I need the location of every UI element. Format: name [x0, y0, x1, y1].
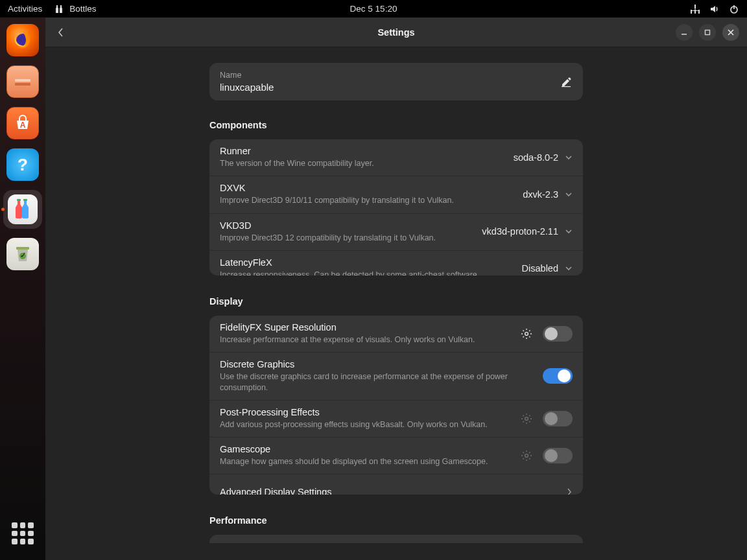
row-subtitle: Improve Direct3D 9/10/11 compatibility b… [220, 195, 515, 205]
row-title: Gamescope [220, 444, 509, 454]
fsr-toggle[interactable] [543, 326, 573, 342]
power-icon[interactable] [729, 4, 739, 14]
row-title: DXVK [220, 183, 515, 193]
firefox-icon[interactable] [6, 24, 39, 56]
post-processing-toggle[interactable] [543, 411, 573, 426]
svg-rect-14 [706, 30, 710, 34]
svg-rect-11 [16, 247, 29, 250]
performance-list [209, 535, 583, 543]
discrete-graphics-row: Discrete Graphics Use the discrete graph… [209, 352, 583, 400]
gamescope-settings-button[interactable] [517, 446, 536, 465]
chevron-right-icon [566, 487, 573, 495]
dxvk-value: dxvk-2.3 [523, 189, 558, 200]
bottles-settings-window: Settings Name linuxcapable Componen [45, 18, 747, 560]
name-label: Name [220, 71, 561, 80]
name-value: linuxcapable [220, 82, 561, 93]
vkd3d-row[interactable]: VKD3D Improve Direct3D 12 compatibility … [209, 213, 583, 250]
bottles-app-icon[interactable] [3, 190, 42, 229]
display-list: FidelityFX Super Resolution Increase per… [209, 316, 583, 495]
svg-rect-2 [698, 10, 700, 14]
row-subtitle: Increase responsiveness. Can be detected… [220, 270, 514, 275]
help-icon[interactable]: ? [6, 148, 39, 181]
svg-rect-13 [682, 34, 687, 35]
svg-rect-1 [691, 10, 692, 14]
svg-text:A: A [20, 121, 26, 130]
svg-rect-6 [15, 79, 30, 82]
fsr-row: FidelityFX Super Resolution Increase per… [209, 316, 583, 352]
vkd3d-value: vkd3d-proton-2.11 [482, 226, 558, 237]
row-title: Advanced Display Settings [220, 487, 558, 495]
trash-icon[interactable] [6, 238, 39, 270]
bottle-name-card[interactable]: Name linuxcapable [209, 63, 583, 100]
topbar-datetime[interactable]: Dec 5 15:20 [350, 4, 397, 14]
performance-heading: Performance [209, 515, 583, 526]
fsr-settings-button[interactable] [517, 324, 536, 344]
bottles-tray-icon [54, 4, 64, 14]
minimize-button[interactable] [676, 24, 693, 41]
show-apps-button[interactable] [12, 522, 34, 544]
chevron-down-icon [565, 264, 573, 272]
close-button[interactable] [722, 24, 739, 41]
row-subtitle: Manage how games should be displayed on … [220, 456, 509, 467]
post-processing-row: Post-Processing Effects Add various post… [209, 400, 583, 437]
discrete-graphics-toggle[interactable] [543, 368, 573, 384]
files-icon[interactable] [6, 65, 39, 98]
advanced-display-row[interactable]: Advanced Display Settings [209, 474, 583, 495]
dxvk-row[interactable]: DXVK Improve Direct3D 9/10/11 compatibil… [209, 176, 583, 213]
network-icon[interactable] [690, 4, 700, 14]
row-title: FidelityFX Super Resolution [220, 322, 509, 332]
svg-rect-7 [15, 83, 30, 86]
row-subtitle: Use the discrete graphics card to increa… [220, 371, 535, 393]
row-title: Post-Processing Effects [220, 407, 509, 417]
gamescope-toggle[interactable] [543, 448, 573, 463]
runner-value: soda-8.0-2 [514, 152, 558, 163]
chevron-down-icon [565, 154, 573, 161]
row-title: VKD3D [220, 220, 474, 231]
row-subtitle: Improve Direct3D 12 compatibility by tra… [220, 233, 474, 243]
latencyflex-value: Disabled [522, 263, 558, 274]
svg-point-16 [525, 332, 528, 335]
ubuntu-dock: A ? [0, 18, 45, 560]
content-area: Name linuxcapable Components Runner The … [45, 47, 747, 560]
chevron-down-icon [565, 191, 573, 198]
row-subtitle: The version of the Wine compatibility la… [220, 158, 506, 169]
svg-rect-9 [17, 199, 21, 201]
runner-row[interactable]: Runner The version of the Wine compatibi… [209, 139, 583, 176]
gamescope-row: Gamescope Manage how games should be dis… [209, 437, 583, 474]
display-heading: Display [209, 296, 583, 307]
gnome-topbar: Activities Bottles Dec 5 15:20 [0, 0, 747, 18]
svg-rect-15 [562, 86, 571, 87]
edit-icon[interactable] [561, 76, 573, 88]
row-subtitle: Increase performance at the expense of v… [220, 334, 509, 345]
row-title: Discrete Graphics [220, 359, 535, 369]
post-processing-settings-button[interactable] [517, 409, 536, 428]
latencyflex-row[interactable]: LatencyFleX Increase responsiveness. Can… [209, 250, 583, 275]
components-list: Runner The version of the Wine compatibi… [209, 139, 583, 275]
svg-point-17 [525, 417, 528, 420]
svg-rect-10 [23, 199, 27, 201]
topbar-app-name: Bottles [69, 4, 96, 14]
topbar-app-indicator[interactable]: Bottles [54, 4, 96, 14]
row-subtitle: Add various post-processing effects usin… [220, 419, 509, 430]
components-heading: Components [209, 120, 583, 130]
activities-button[interactable]: Activities [8, 4, 42, 14]
running-indicator [1, 208, 5, 211]
row-title: Runner [220, 146, 506, 156]
chevron-down-icon [565, 228, 573, 235]
row-title: LatencyFleX [220, 257, 514, 268]
maximize-button[interactable] [699, 24, 716, 41]
software-icon[interactable]: A [6, 107, 39, 139]
svg-point-18 [525, 454, 528, 457]
page-title: Settings [377, 27, 414, 38]
volume-icon[interactable] [709, 4, 720, 14]
headerbar: Settings [45, 18, 747, 47]
back-button[interactable] [49, 21, 73, 44]
